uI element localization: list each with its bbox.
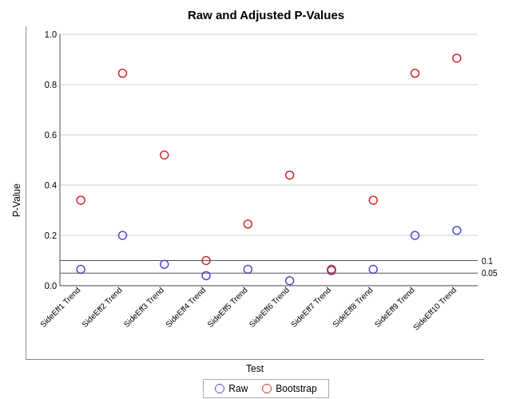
svg-point-37 (453, 227, 461, 235)
svg-point-35 (369, 266, 377, 274)
svg-text:SideEff1 Trend: SideEff1 Trend (38, 286, 81, 329)
svg-text:SideEff3 Trend: SideEff3 Trend (122, 286, 165, 329)
legend-raw-label: Raw (228, 383, 248, 394)
chart-title: Raw and Adjusted P-Values (188, 8, 344, 22)
svg-text:SideEff8 Trend: SideEff8 Trend (331, 286, 374, 329)
y-label-container: P-Value (8, 26, 26, 374)
plot-area-wrapper: 0.00.20.40.60.81.00.10.05SideEff1 TrendS… (26, 26, 524, 374)
svg-point-38 (77, 196, 85, 204)
svg-text:0.1: 0.1 (482, 257, 493, 266)
svg-text:SideEff5 Trend: SideEff5 Trend (205, 286, 248, 329)
svg-text:SideEff10 Trend: SideEff10 Trend (411, 286, 458, 332)
svg-point-45 (369, 196, 377, 204)
svg-text:0.2: 0.2 (45, 231, 57, 240)
svg-point-47 (453, 54, 461, 62)
chart-container: Raw and Adjusted P-Values P-Value 0.00.2… (0, 0, 532, 399)
svg-text:0.8: 0.8 (45, 80, 57, 89)
legend-item-raw: Raw (215, 383, 248, 394)
svg-text:SideEff9 Trend: SideEff9 Trend (373, 286, 416, 329)
svg-point-46 (411, 69, 419, 77)
legend-bootstrap-icon (262, 384, 272, 393)
legend: Raw Bootstrap (203, 379, 328, 398)
svg-text:SideEff4 Trend: SideEff4 Trend (164, 286, 207, 329)
svg-text:SideEff2 Trend: SideEff2 Trend (80, 286, 123, 329)
plot-area: 0.00.20.40.60.81.00.10.05SideEff1 TrendS… (26, 26, 484, 360)
svg-text:1.0: 1.0 (45, 30, 57, 39)
svg-point-30 (161, 260, 169, 268)
x-axis-label: Test (26, 363, 484, 374)
svg-point-43 (286, 171, 294, 179)
svg-point-32 (244, 266, 252, 274)
svg-text:0.0: 0.0 (45, 281, 57, 290)
y-axis-label: P-Value (11, 184, 22, 217)
svg-text:0.4: 0.4 (45, 180, 57, 190)
svg-text:0.05: 0.05 (482, 269, 498, 278)
svg-point-28 (77, 266, 85, 274)
svg-point-42 (244, 220, 252, 228)
svg-text:SideEff7 Trend: SideEff7 Trend (289, 286, 332, 329)
legend-bootstrap-label: Bootstrap (276, 383, 316, 394)
svg-text:SideEff6 Trend: SideEff6 Trend (248, 286, 291, 329)
legend-raw-icon (215, 384, 224, 393)
plot-svg: 0.00.20.40.60.81.00.10.05SideEff1 TrendS… (26, 26, 484, 359)
legend-item-bootstrap: Bootstrap (262, 383, 316, 394)
svg-point-40 (161, 151, 169, 159)
svg-text:0.6: 0.6 (45, 130, 57, 140)
svg-point-33 (286, 277, 294, 285)
chart-body: P-Value 0.00.20.40.60.81.00.10.05SideEff… (8, 26, 524, 374)
svg-point-39 (118, 69, 126, 77)
